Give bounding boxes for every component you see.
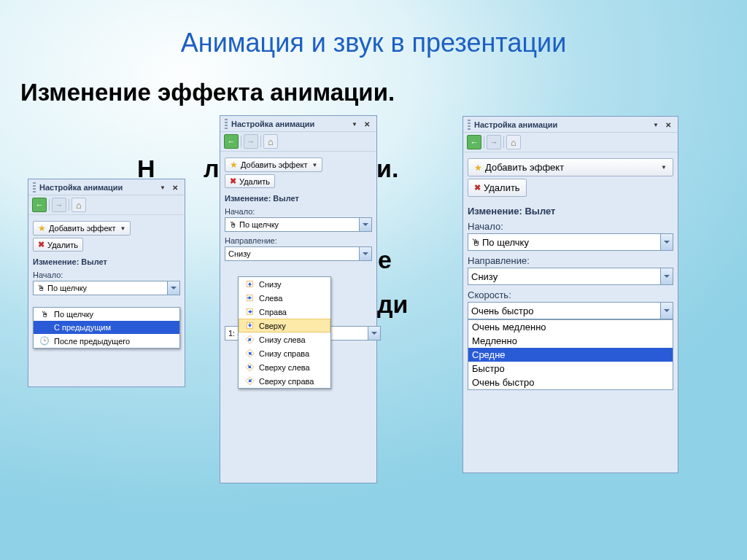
option-label: Слева <box>259 294 282 303</box>
home-button[interactable] <box>71 198 86 212</box>
start-select[interactable]: 🖱 По щелчку <box>468 233 673 251</box>
pane-header[interactable]: Настройка анимации <box>220 116 376 132</box>
add-effect-button[interactable]: ★ Добавить эффект ▼ <box>225 158 322 172</box>
chevron-down-icon[interactable] <box>359 218 371 231</box>
start-option[interactable]: 🕒После предыдущего <box>34 334 179 348</box>
remove-button[interactable]: ✖ Удалить <box>33 238 83 252</box>
option-label: Сверху слева <box>259 363 310 372</box>
arrow-icon <box>243 293 256 303</box>
pane-menu-icon[interactable] <box>651 120 661 129</box>
speed-option[interactable]: Очень медленно <box>468 320 673 334</box>
bg-text: л <box>204 155 220 183</box>
chevron-down-icon[interactable] <box>660 303 673 319</box>
mouse-icon: 🖱 <box>36 284 45 292</box>
direction-select[interactable]: Снизу <box>225 246 372 261</box>
direction-option[interactable]: Снизу справа <box>239 346 330 360</box>
option-label: Снизу справа <box>259 349 309 358</box>
pane-header[interactable]: Настройка анимации <box>28 179 185 195</box>
select-value: Снизу <box>228 249 251 258</box>
pane-start: Настройка анимации ★ Добавить эффект ▼ ✖… <box>28 179 185 387</box>
back-button[interactable] <box>32 198 47 212</box>
divider <box>484 136 484 148</box>
pane-menu-icon[interactable] <box>158 183 168 192</box>
chevron-down-icon: ▼ <box>661 164 667 171</box>
direction-dropdown: СнизуСлеваСправаСверхуСнизу слеваСнизу с… <box>238 276 331 389</box>
option-label: Справа <box>259 308 287 316</box>
option-label: С предыдущим <box>54 323 111 332</box>
chevron-down-icon[interactable] <box>660 268 673 284</box>
field-label-start: Начало: <box>225 207 372 216</box>
nav-row <box>463 133 678 152</box>
chevron-down-icon: ▼ <box>311 162 317 168</box>
remove-button[interactable]: ✖ Удалить <box>468 179 527 197</box>
star-icon: ★ <box>38 223 46 233</box>
option-icon: 🖱 <box>38 310 51 319</box>
arrow-icon <box>243 362 256 372</box>
forward-button <box>487 135 501 149</box>
pane-title: Настройка анимации <box>474 120 557 129</box>
chevron-down-icon[interactable] <box>368 327 380 340</box>
add-effect-button[interactable]: ★ Добавить эффект ▼ <box>33 221 131 236</box>
speed-select[interactable]: Очень быстро <box>468 302 673 319</box>
pane-title: Настройка анимации <box>39 183 123 192</box>
back-button[interactable] <box>467 135 481 149</box>
nav-row <box>220 132 376 152</box>
remove-button[interactable]: ✖ Удалить <box>225 174 275 188</box>
mouse-icon: 🖱 <box>471 237 480 248</box>
divider <box>260 136 261 147</box>
start-dropdown: 🖱По щелчкуС предыдущим🕒После предыдущего <box>33 307 180 349</box>
start-select[interactable]: 🖱 По щелчку <box>33 281 180 295</box>
direction-option[interactable]: Сверху справа <box>239 374 330 388</box>
direction-option[interactable]: Слева <box>239 291 330 305</box>
arrow-icon <box>243 307 256 316</box>
close-icon[interactable] <box>170 183 180 192</box>
option-label: По щелчку <box>54 310 93 319</box>
start-option[interactable]: С предыдущим <box>34 321 179 334</box>
select-value: Очень быстро <box>471 306 533 316</box>
home-button[interactable] <box>506 135 521 149</box>
direction-option[interactable]: Сверху слева <box>239 360 330 374</box>
speed-listbox[interactable]: Очень медленноМедленноСреднеБыстроОчень … <box>468 319 673 390</box>
start-option[interactable]: 🖱По щелчку <box>34 308 179 321</box>
chevron-down-icon[interactable] <box>359 247 371 260</box>
grip-icon <box>33 182 36 192</box>
close-icon[interactable] <box>663 120 673 129</box>
start-select[interactable]: 🖱 По щелчку <box>225 217 372 232</box>
star-icon: ★ <box>230 160 238 170</box>
pane-direction: Настройка анимации ★ Добавить эффект ▼ ✖… <box>220 115 377 483</box>
option-label: Сверху справа <box>259 377 314 386</box>
arrow-icon <box>243 376 256 386</box>
add-effect-button[interactable]: ★ Добавить эффект ▼ <box>468 158 673 176</box>
direction-option[interactable]: Сверху <box>239 319 330 332</box>
direction-select[interactable]: Снизу <box>468 268 673 285</box>
grip-icon <box>225 119 228 129</box>
direction-option[interactable]: Справа <box>239 305 330 319</box>
mouse-icon: 🖱 <box>228 220 237 229</box>
divider <box>503 136 504 148</box>
close-icon[interactable] <box>362 120 372 128</box>
select-value: По щелчку <box>47 284 87 292</box>
divider <box>49 199 50 211</box>
speed-option[interactable]: Средне <box>468 348 673 362</box>
direction-option[interactable]: Снизу <box>239 277 330 291</box>
option-icon: 🕒 <box>38 336 51 346</box>
pane-menu-icon[interactable] <box>349 120 360 128</box>
option-label: Снизу слева <box>259 335 306 344</box>
chevron-down-icon[interactable] <box>660 234 673 250</box>
direction-option[interactable]: Снизу слева <box>239 332 330 346</box>
speed-option[interactable]: Быстро <box>468 362 673 376</box>
divider <box>241 136 241 147</box>
back-button[interactable] <box>224 134 239 149</box>
speed-option[interactable]: Медленно <box>468 334 673 348</box>
pane-header[interactable]: Настройка анимации <box>463 117 678 133</box>
home-button[interactable] <box>263 134 278 149</box>
select-value: По щелчку <box>239 220 279 229</box>
chevron-down-icon[interactable] <box>167 281 179 295</box>
speed-option[interactable]: Очень быстро <box>468 376 673 389</box>
delete-icon: ✖ <box>230 176 236 186</box>
nav-row <box>28 195 185 215</box>
field-label-speed: Скорость: <box>468 289 673 300</box>
divider <box>69 199 69 211</box>
field-label-direction: Направление: <box>468 255 673 266</box>
grip-icon <box>468 120 471 130</box>
